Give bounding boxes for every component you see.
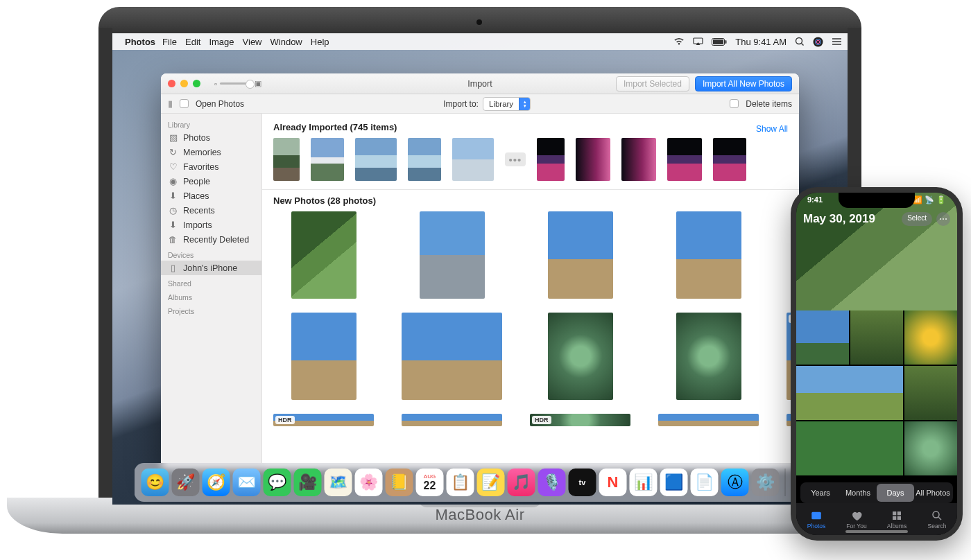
photo-thumbnail[interactable]: HDR (530, 414, 630, 426)
seg-years[interactable]: Years (802, 484, 839, 502)
photo-thumbnail[interactable] (548, 211, 613, 299)
wifi-icon[interactable] (673, 37, 685, 46)
photo-thumbnail[interactable] (291, 211, 356, 299)
sidebar-item-favorites[interactable]: ♡Favorites (161, 159, 261, 174)
photo-thumbnail[interactable] (658, 414, 759, 426)
window-close-button[interactable] (168, 80, 175, 87)
menubar-clock[interactable]: Thu 9:41 AM (735, 37, 787, 47)
iphone-thumbnail[interactable] (850, 310, 903, 365)
window-zoom-button[interactable] (193, 80, 200, 87)
menubar-help[interactable]: Help (311, 37, 329, 47)
delete-items-label: Delete items (746, 99, 792, 109)
menubar-file[interactable]: File (162, 37, 177, 47)
seg-days[interactable]: Days (877, 484, 914, 502)
sidebar-item-people[interactable]: ◉People (161, 174, 261, 189)
iphone-select-button[interactable]: Select (902, 212, 932, 226)
control-center-icon[interactable] (832, 37, 842, 46)
seg-months[interactable]: Months (839, 484, 877, 502)
sidebar-heading-albums[interactable]: Albums (161, 289, 261, 303)
dock-news-icon[interactable]: N (599, 469, 627, 496)
iphone-home-indicator[interactable] (845, 530, 908, 533)
sidebar-item-imports[interactable]: ⬇Imports (161, 218, 261, 232)
tab-search[interactable]: Search (917, 503, 957, 535)
sidebar-item-memories[interactable]: ↻Memories (161, 145, 261, 159)
dock-contacts-icon[interactable]: 📒 (386, 469, 413, 496)
dock-messages-icon[interactable]: 💬 (264, 469, 291, 496)
photo-thumbnail[interactable] (402, 414, 502, 426)
menubar-view[interactable]: View (243, 37, 262, 47)
iphone-thumbnail[interactable] (904, 310, 957, 365)
sidebar-heading-projects[interactable]: Projects (161, 303, 261, 317)
menubar-app-name[interactable]: Photos (125, 37, 155, 47)
thumbnail[interactable] (576, 138, 610, 181)
seg-all-photos[interactable]: All Photos (914, 484, 952, 502)
dock-safari-icon[interactable]: 🧭 (203, 469, 230, 496)
import-to-select[interactable]: Library ▲▼ (483, 97, 531, 111)
thumbnail[interactable] (537, 138, 565, 181)
iphone-thumbnail[interactable] (796, 366, 903, 420)
dock-pages-icon[interactable]: 📄 (691, 469, 719, 496)
thumbnail[interactable] (408, 138, 441, 181)
dock-maps-icon[interactable]: 🗺️ (325, 469, 352, 496)
window-minimize-button[interactable] (180, 80, 188, 87)
photo-thumbnail[interactable] (402, 313, 502, 400)
menubar-image[interactable]: Image (209, 37, 234, 47)
thumbnail[interactable] (621, 138, 656, 181)
import-all-button[interactable]: Import All New Photos (695, 76, 792, 91)
tab-photos[interactable]: Photos (796, 503, 836, 535)
battery-icon[interactable] (712, 38, 727, 46)
dock-facetime-icon[interactable]: 🎥 (294, 469, 322, 496)
import-selected-button[interactable]: Import Selected (616, 76, 689, 91)
window-titlebar[interactable]: ▫ ▣ Import Import Selected Import All Ne… (161, 73, 799, 94)
thumbnail[interactable] (273, 138, 300, 181)
sidebar-item-recents[interactable]: ◷Recents (161, 203, 261, 218)
iphone-view-segmented[interactable]: Years Months Days All Photos (800, 482, 953, 503)
dock-mail-icon[interactable]: ✉️ (233, 469, 261, 496)
iphone-thumbnail[interactable] (796, 310, 849, 365)
dock-calendar-icon[interactable]: AUG22 (416, 469, 444, 496)
iphone-thumbnail[interactable] (904, 366, 957, 420)
open-photos-checkbox[interactable] (180, 99, 189, 108)
siri-icon[interactable] (813, 37, 823, 47)
dock-music-icon[interactable]: 🎵 (508, 469, 535, 496)
zoom-slider[interactable]: ▫ ▣ (214, 79, 261, 88)
dock-photos-icon[interactable]: 🌸 (355, 469, 383, 496)
sidebar-item-recently-deleted[interactable]: 🗑Recently Deleted (161, 232, 261, 247)
iphone-thumbnail[interactable] (796, 421, 903, 475)
dock-appstore-icon[interactable]: Ⓐ (721, 469, 749, 496)
sidebar-item-places[interactable]: ⬇Places (161, 189, 261, 203)
iphone-thumbnail[interactable] (904, 421, 957, 475)
dock-podcasts-icon[interactable]: 🎙️ (538, 469, 566, 496)
menubar-window[interactable]: Window (270, 37, 302, 47)
photo-thumbnail[interactable] (420, 211, 485, 299)
airplay-icon[interactable] (693, 37, 703, 46)
sidebar-item-device[interactable]: ▯John's iPhone (161, 261, 261, 275)
thumbnail[interactable] (311, 138, 344, 181)
show-all-link[interactable]: Show All (756, 124, 788, 134)
photo-thumbnail[interactable] (676, 313, 741, 400)
photo-thumbnail[interactable] (291, 313, 356, 400)
dock-notes-icon[interactable]: 📝 (477, 469, 505, 496)
thumbnail[interactable] (452, 138, 494, 181)
more-thumbnails-icon[interactable]: ••• (505, 152, 526, 166)
thumbnail[interactable] (355, 138, 397, 181)
dock-settings-icon[interactable]: ⚙️ (752, 469, 780, 496)
dock-finder-icon[interactable]: 😊 (141, 469, 169, 496)
dock-launchpad-icon[interactable]: 🚀 (172, 469, 200, 496)
dock-reminders-icon[interactable]: 📋 (447, 469, 474, 496)
sidebar-heading-shared[interactable]: Shared (161, 275, 261, 289)
dock-numbers-icon[interactable]: 📊 (630, 469, 658, 496)
menubar-edit[interactable]: Edit (185, 37, 200, 47)
open-photos-label: Open Photos (196, 99, 244, 109)
spotlight-icon[interactable] (795, 37, 805, 46)
photo-thumbnail[interactable]: HDR (273, 414, 374, 426)
photo-thumbnail[interactable] (676, 211, 741, 299)
photo-thumbnail[interactable] (548, 313, 613, 400)
dock-keynote-icon[interactable]: 🟦 (660, 469, 688, 496)
delete-items-checkbox[interactable] (730, 99, 739, 108)
iphone-more-button[interactable]: ⋯ (936, 212, 950, 226)
sidebar-item-photos[interactable]: ▧Photos (161, 130, 261, 145)
dock-tv-icon[interactable]: tv (569, 469, 596, 496)
thumbnail[interactable] (713, 138, 746, 181)
thumbnail[interactable] (667, 138, 702, 181)
